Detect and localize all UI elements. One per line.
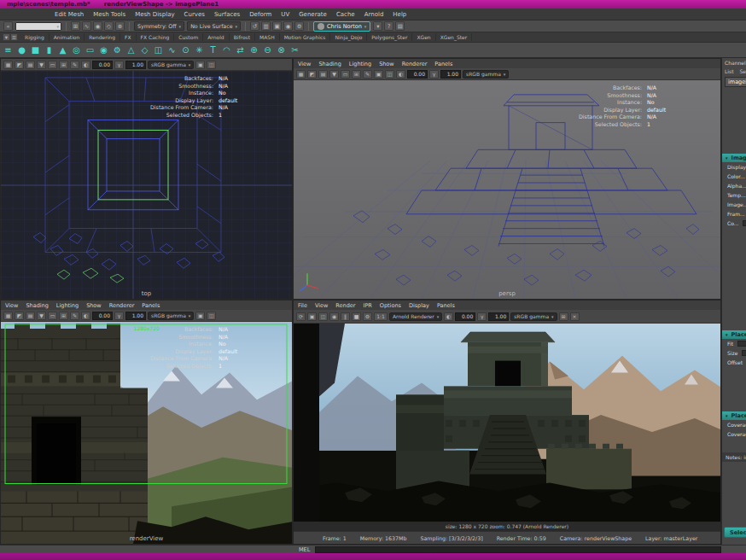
panel-menu-item[interactable]: Panels bbox=[434, 61, 452, 67]
exposure-field[interactable]: 0.00 bbox=[407, 70, 428, 79]
shelf-options-icon[interactable]: ≡ bbox=[10, 33, 18, 41]
panel-menu-item[interactable]: File bbox=[298, 302, 307, 309]
section-header-placement-extras[interactable]: ▾Placement Ext... bbox=[722, 411, 746, 420]
pause-ipr-icon[interactable]: ‖ bbox=[341, 312, 350, 321]
attribute-row[interactable]: Fram... bbox=[722, 209, 746, 219]
two-d-pan-zoom-icon[interactable]: ⊞ bbox=[59, 61, 68, 69]
polyDisc-icon[interactable]: ◉ bbox=[97, 44, 110, 56]
snap-curve-icon[interactable]: ∿ bbox=[82, 21, 91, 31]
shelf-tab[interactable]: XGen bbox=[412, 33, 435, 41]
zoom-one-to-one-button[interactable]: 1:1 bbox=[374, 312, 388, 321]
film-gate-icon[interactable]: ▣ bbox=[195, 61, 205, 69]
polySphere-icon[interactable]: ● bbox=[15, 44, 28, 56]
menu-item[interactable]: Help bbox=[393, 11, 406, 18]
help-icon[interactable]: ? bbox=[384, 21, 393, 31]
mel-language-toggle[interactable]: MEL bbox=[294, 546, 315, 553]
separate-icon[interactable]: ⊖ bbox=[261, 44, 274, 56]
sign-in-options-icon[interactable]: ▾ bbox=[373, 21, 382, 31]
menu-item[interactable]: Surfaces bbox=[214, 11, 240, 18]
resolution-gate-icon[interactable]: ◫ bbox=[207, 61, 216, 69]
workspace-icon[interactable]: ▤ bbox=[395, 21, 405, 31]
redo-previous-render-icon[interactable]: ⟳ bbox=[296, 312, 306, 321]
select-camera-icon[interactable]: ▦ bbox=[3, 61, 13, 69]
menu-item[interactable]: UV bbox=[281, 11, 289, 18]
two-d-pan-zoom-icon[interactable]: ⊞ bbox=[59, 312, 68, 320]
image-plane-icon[interactable]: ▭ bbox=[48, 312, 57, 320]
section-header-placement[interactable]: ▾Placement bbox=[722, 330, 746, 339]
shelf-tab[interactable]: Ninja_Dojo bbox=[330, 33, 367, 41]
shelf-tab[interactable]: Animation bbox=[50, 33, 85, 41]
status-collapse-icon[interactable]: « bbox=[3, 21, 13, 31]
panel-menu-item[interactable]: Render bbox=[335, 302, 355, 309]
snap-point-icon[interactable]: ◉ bbox=[93, 21, 102, 31]
exposure-icon[interactable]: ◐ bbox=[81, 312, 90, 320]
shelf-tab[interactable]: Motion Graphics bbox=[280, 33, 331, 41]
colorspace-dropdown[interactable]: sRGB gamma▾ bbox=[148, 61, 194, 69]
attribute-value-field[interactable] bbox=[737, 341, 746, 347]
shelf-tab[interactable]: MASH bbox=[255, 33, 280, 41]
gamma-field[interactable]: 1.00 bbox=[125, 61, 146, 69]
gamma-field[interactable]: 1.00 bbox=[125, 312, 146, 320]
panel-menu-item[interactable]: Panels bbox=[142, 302, 160, 309]
grease-pencil-icon[interactable]: ✎ bbox=[70, 312, 79, 320]
menu-item[interactable]: Mesh Tools bbox=[93, 11, 125, 18]
gamma-field[interactable]: 1.00 bbox=[488, 312, 509, 321]
mel-command-input[interactable] bbox=[315, 546, 721, 553]
symmetry-dropdown[interactable]: Symmetry: Off▾ bbox=[134, 21, 184, 31]
shelf-tab[interactable]: Polygons_Ster bbox=[367, 33, 412, 41]
shelf-tab[interactable]: XGen_Ster bbox=[436, 33, 473, 41]
polyCube-icon[interactable]: ■ bbox=[29, 44, 42, 56]
shelf-tab[interactable]: FX bbox=[120, 33, 137, 41]
bookmarks-icon[interactable]: ▼ bbox=[37, 312, 46, 320]
polySuperShape-icon[interactable]: ✳ bbox=[193, 44, 206, 56]
render-image-canvas[interactable] bbox=[294, 324, 720, 522]
exposure-field[interactable]: 0.00 bbox=[455, 312, 475, 321]
shelf-tab[interactable]: Rendering bbox=[85, 33, 120, 41]
camera-attributes-icon[interactable]: ▤ bbox=[318, 70, 328, 79]
attribute-row[interactable]: Offset bbox=[722, 358, 746, 367]
shelf-tab[interactable]: FX Caching bbox=[137, 33, 175, 41]
stop-render-icon[interactable]: ■ bbox=[352, 312, 361, 321]
colorspace-dropdown[interactable]: sRGB gamma▾ bbox=[463, 70, 509, 79]
notes-section[interactable]: Notes: imagePlane... bbox=[722, 452, 746, 462]
bookmarks-icon[interactable]: ▼ bbox=[37, 61, 46, 69]
attribute-menu-item[interactable]: Selected bbox=[740, 68, 746, 74]
rendercam-viewport-canvas[interactable]: 1280x720 Backfaces: N/A Smoothness: N/A … bbox=[1, 322, 292, 544]
panel-menu-item[interactable]: Panels bbox=[437, 302, 455, 309]
panel-menu-item[interactable]: View bbox=[5, 302, 18, 309]
render-settings-icon[interactable]: ⚙ bbox=[294, 21, 304, 31]
menu-item[interactable]: Deform bbox=[249, 11, 271, 18]
polyPipe-icon[interactable]: ◫ bbox=[152, 44, 165, 56]
shelf-tab[interactable]: Bifrost bbox=[230, 33, 255, 41]
render-frame-icon[interactable]: ▣ bbox=[272, 21, 282, 31]
lock-camera-icon[interactable]: ◩ bbox=[15, 312, 24, 320]
menu-item[interactable]: Edit Mesh bbox=[55, 11, 84, 18]
attribute-row[interactable]: Display bbox=[722, 162, 746, 172]
attribute-row[interactable]: Fit bbox=[722, 339, 746, 348]
lock-camera-icon[interactable]: ◩ bbox=[15, 61, 24, 69]
keep-image-icon[interactable]: ⊞ bbox=[559, 312, 568, 321]
attribute-row[interactable]: Coverage Origin bbox=[722, 429, 746, 439]
panel-menu-item[interactable]: Lighting bbox=[56, 302, 79, 309]
panel-menu-item[interactable]: Options bbox=[380, 302, 401, 309]
menu-item[interactable]: Curves bbox=[184, 11, 205, 18]
attribute-row[interactable]: Color... bbox=[722, 172, 746, 181]
select-camera-icon[interactable]: ▦ bbox=[296, 70, 306, 79]
attribute-value-field[interactable] bbox=[742, 350, 746, 356]
menu-item[interactable]: Mesh Display bbox=[135, 11, 174, 18]
attribute-row[interactable]: Alpha... bbox=[722, 181, 746, 190]
camera-attributes-icon[interactable]: ▤ bbox=[26, 61, 35, 69]
remove-image-icon[interactable]: × bbox=[570, 312, 580, 321]
panel-menu-item[interactable]: Show bbox=[379, 61, 394, 67]
shelf-tab[interactable]: Custom bbox=[174, 33, 203, 41]
user-account-chip[interactable]: Chris Norton ▾ bbox=[313, 21, 370, 32]
film-gate-icon[interactable]: ▣ bbox=[195, 312, 205, 320]
combine-icon[interactable]: ⊕ bbox=[248, 44, 260, 56]
resolution-gate-icon[interactable]: ◫ bbox=[207, 312, 216, 320]
attribute-row[interactable]: Size bbox=[722, 348, 746, 358]
make-live-icon[interactable]: ⊕ bbox=[115, 21, 125, 31]
panel-menu-item[interactable]: Renderer bbox=[402, 61, 428, 67]
gamma-icon[interactable]: γ bbox=[114, 312, 124, 320]
polyGear-icon[interactable]: ⚙ bbox=[111, 44, 124, 56]
boolean-icon[interactable]: ⊗ bbox=[275, 44, 288, 56]
